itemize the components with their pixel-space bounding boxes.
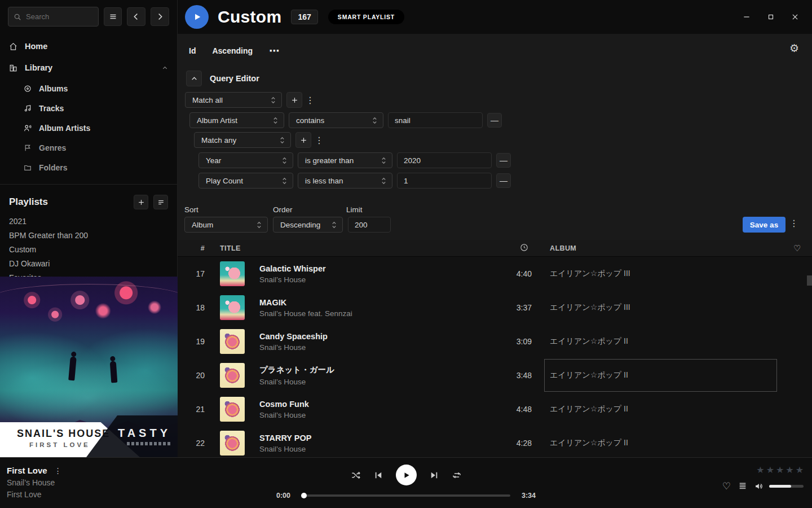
track-row[interactable]: 17 Galactic Whisper Snail’s House 4:40 エ… bbox=[178, 257, 812, 291]
sidebar-item-home[interactable]: Home bbox=[0, 36, 177, 57]
playlist-list-button[interactable] bbox=[153, 195, 168, 209]
artist-icon bbox=[24, 124, 32, 132]
album-column-header[interactable]: ALBUM bbox=[532, 244, 783, 252]
rule-field-select[interactable]: Play Count bbox=[198, 173, 293, 189]
now-playing-album[interactable]: First Love bbox=[7, 490, 62, 499]
remove-rule-button[interactable]: — bbox=[487, 113, 502, 128]
add-rule-button[interactable] bbox=[295, 132, 311, 148]
seek-handle[interactable] bbox=[301, 493, 307, 498]
nav-back-button[interactable] bbox=[127, 7, 145, 26]
star-icon[interactable]: ★ bbox=[776, 465, 784, 475]
query-menu-button[interactable]: ⋮ bbox=[786, 218, 802, 229]
search-input[interactable] bbox=[26, 12, 92, 21]
create-playlist-button[interactable] bbox=[134, 195, 148, 209]
remove-rule-button[interactable]: — bbox=[496, 173, 511, 188]
playlist-item[interactable]: 2021 bbox=[0, 214, 177, 228]
collapse-query-editor-button[interactable] bbox=[186, 71, 202, 86]
title-column-header[interactable]: TITLE bbox=[209, 244, 489, 252]
track-album-selected-cell[interactable]: エイリアン☆ポップ II bbox=[532, 358, 783, 392]
shuffle-button[interactable] bbox=[351, 470, 361, 480]
play-pause-button[interactable] bbox=[396, 465, 417, 485]
track-artist: Snail’s House bbox=[259, 343, 489, 352]
minimize-icon bbox=[743, 13, 751, 21]
disc-icon bbox=[24, 85, 32, 93]
rule-operator-select[interactable]: is greater than bbox=[298, 152, 392, 168]
repeat-button[interactable] bbox=[452, 470, 462, 480]
track-album-art bbox=[220, 397, 245, 422]
rule-value-input[interactable] bbox=[388, 112, 483, 128]
match-type-select[interactable]: Match all bbox=[185, 92, 282, 108]
scrollbar-thumb[interactable] bbox=[807, 275, 812, 286]
queue-button[interactable] bbox=[738, 481, 747, 491]
nav-forward-button[interactable] bbox=[151, 7, 169, 26]
rule-value-input[interactable] bbox=[397, 173, 492, 189]
playlist-play-button[interactable] bbox=[185, 5, 209, 29]
page-header: Custom 167 SMART PLAYLIST bbox=[178, 0, 812, 34]
rule-field-select[interactable]: Album Artist bbox=[189, 112, 284, 128]
sort-direction-button[interactable]: Ascending bbox=[212, 46, 253, 55]
rule-operator-select[interactable]: is less than bbox=[298, 173, 392, 189]
seek-bar[interactable] bbox=[302, 494, 510, 497]
playlist-item[interactable]: DJ Okawari bbox=[0, 256, 177, 270]
rule-field-select[interactable]: Year bbox=[198, 152, 293, 168]
playlist-item[interactable]: BPM Greater than 200 bbox=[0, 228, 177, 242]
play-icon bbox=[403, 471, 411, 479]
star-icon[interactable]: ★ bbox=[756, 465, 764, 475]
playlist-item[interactable]: Custom bbox=[0, 242, 177, 256]
volume-button[interactable] bbox=[754, 481, 764, 491]
previous-track-button[interactable] bbox=[373, 470, 383, 480]
player-bar: First Love ⋮ Snail’s House First Love bbox=[0, 457, 812, 508]
sort-select[interactable]: Album bbox=[184, 217, 268, 233]
track-row[interactable]: 21 Cosmo Funk Snail’s House 4:48 エイリアン☆ポ… bbox=[178, 392, 812, 426]
sidebar-item-label: Tracks bbox=[39, 104, 64, 113]
rule-value-input[interactable] bbox=[397, 152, 492, 168]
track-list: 17 Galactic Whisper Snail’s House 4:40 エ… bbox=[178, 257, 812, 457]
select-chevrons-icon bbox=[381, 156, 387, 165]
settings-gear-button[interactable]: ⚙ bbox=[789, 43, 799, 54]
search-box[interactable] bbox=[8, 7, 99, 27]
now-playing-menu-button[interactable]: ⋮ bbox=[54, 466, 62, 475]
window-maximize-button[interactable] bbox=[762, 8, 779, 25]
index-column-header[interactable]: # bbox=[178, 244, 209, 252]
save-as-button[interactable]: Save as bbox=[743, 217, 785, 233]
window-close-button[interactable] bbox=[787, 8, 804, 25]
now-playing-title[interactable]: First Love bbox=[7, 466, 47, 475]
star-icon[interactable]: ★ bbox=[785, 465, 793, 475]
limit-input[interactable] bbox=[348, 217, 391, 233]
favorite-heart-button[interactable]: ♡ bbox=[722, 480, 731, 492]
now-playing-album-art[interactable]: SNAIL'S HOUSE FIRST LOVE TASTY bbox=[0, 277, 178, 457]
sidebar-item-label: Genres bbox=[39, 143, 66, 152]
group-menu-button[interactable]: ⋮ bbox=[311, 135, 327, 146]
sidebar-item-albums[interactable]: Albums bbox=[0, 78, 177, 98]
track-row[interactable]: 20 プラネット・ガール Snail’s House 3:48 エイリアン☆ポッ… bbox=[178, 358, 812, 392]
sidebar-item-library[interactable]: Library bbox=[0, 57, 177, 78]
sidebar-item-genres[interactable]: Genres bbox=[0, 138, 177, 157]
match-type-select[interactable]: Match any bbox=[194, 132, 291, 148]
rating-stars[interactable]: ★ ★ ★ ★ ★ bbox=[754, 465, 804, 475]
menu-button[interactable] bbox=[104, 7, 122, 26]
window-minimize-button[interactable] bbox=[738, 8, 755, 25]
sidebar-item-folders[interactable]: Folders bbox=[0, 157, 177, 177]
track-artist: Snail’s House bbox=[259, 378, 489, 386]
next-track-button[interactable] bbox=[429, 470, 439, 480]
track-row[interactable]: 18 MAGIK Snail’s House feat. Sennzai 3:3… bbox=[178, 291, 812, 325]
sidebar-item-album-artists[interactable]: Album Artists bbox=[0, 118, 177, 138]
now-playing-artist[interactable]: Snail’s House bbox=[7, 478, 62, 487]
star-icon[interactable]: ★ bbox=[796, 465, 804, 475]
group-menu-button[interactable]: ⋮ bbox=[302, 95, 318, 106]
favorite-column-heart-icon[interactable]: ♡ bbox=[793, 243, 801, 253]
rule-operator-select[interactable]: contains bbox=[289, 112, 383, 128]
track-row[interactable]: 22 STARRY POP Snail’s House 4:28 エイリアン☆ポ… bbox=[178, 426, 812, 457]
add-rule-button[interactable] bbox=[286, 92, 302, 108]
duration-column-clock-icon[interactable] bbox=[520, 243, 532, 253]
volume-slider[interactable] bbox=[769, 485, 804, 488]
more-options-button[interactable]: ⋯ bbox=[269, 45, 280, 57]
remove-rule-button[interactable]: — bbox=[496, 153, 511, 168]
star-icon[interactable]: ★ bbox=[766, 465, 774, 475]
sort-field-button[interactable]: Id bbox=[189, 46, 196, 55]
track-row[interactable]: 19 Candy Spaceship Snail’s House 3:09 エイ… bbox=[178, 325, 812, 358]
folder-icon bbox=[24, 164, 32, 172]
play-icon bbox=[193, 12, 202, 21]
order-select[interactable]: Descending bbox=[273, 217, 343, 233]
sidebar-item-tracks[interactable]: Tracks bbox=[0, 98, 177, 118]
